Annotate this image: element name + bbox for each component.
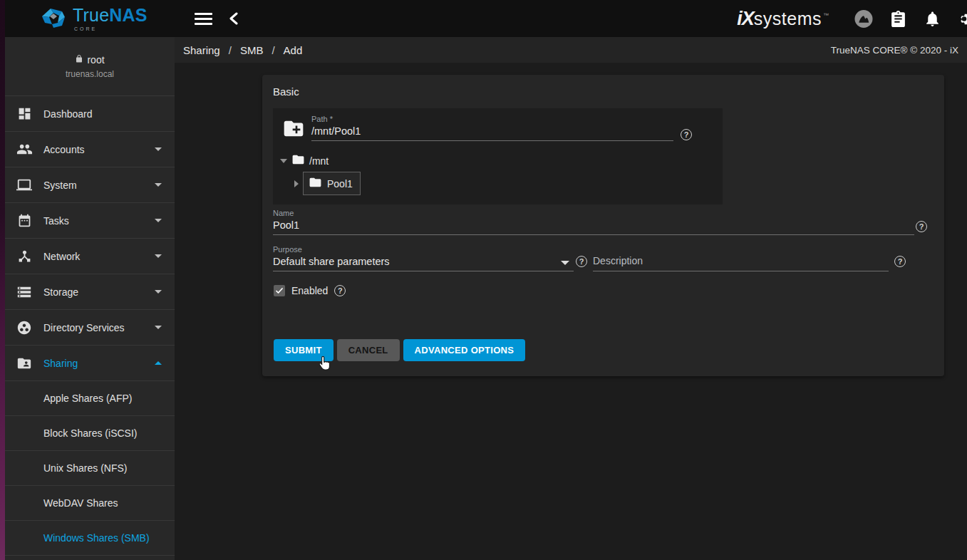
path-input[interactable]: /mnt/Pool1 xyxy=(311,125,361,137)
sidebar-item-webdav-shares[interactable]: WebDAV Shares xyxy=(5,485,175,520)
directory-services-icon xyxy=(15,320,33,336)
sidebar-item-apple-shares-afp[interactable]: Apple Shares (AFP) xyxy=(5,380,175,415)
breadcrumb-add: Add xyxy=(284,44,303,56)
description-help-icon[interactable]: ? xyxy=(894,256,906,267)
lock-icon xyxy=(75,54,83,66)
brand-core: CORE xyxy=(74,26,148,31)
submit-button[interactable]: SUBMIT xyxy=(274,339,333,361)
sidebar-item-network[interactable]: Network xyxy=(5,238,175,274)
tree-node-label: Pool1 xyxy=(327,178,353,190)
name-field-label: Name xyxy=(273,209,294,217)
settings-icon-partial[interactable] xyxy=(957,9,967,28)
hamburger-menu-icon[interactable] xyxy=(195,13,212,25)
sidebar-item-storage[interactable]: Storage xyxy=(5,274,175,309)
chevron-down-icon xyxy=(155,183,162,187)
folder-icon xyxy=(291,154,305,167)
truenas-logo-icon xyxy=(41,6,66,31)
sidebar-item-tasks[interactable]: Tasks xyxy=(5,202,175,238)
sidebar-item-system[interactable]: System xyxy=(5,167,175,202)
enabled-help-icon[interactable]: ? xyxy=(334,285,346,296)
brand-true: True xyxy=(73,5,109,25)
sidebar-item-directory-services[interactable]: Directory Services xyxy=(5,309,175,345)
task-manager-icon[interactable] xyxy=(889,9,907,28)
top-bar: TrueNAS CORE iXsystems™ xyxy=(5,0,967,37)
enabled-checkbox[interactable] xyxy=(274,285,285,296)
tree-node-pool1[interactable]: Pool1 xyxy=(294,172,361,195)
chevron-down-icon xyxy=(155,326,162,329)
purpose-select[interactable]: Default share parameters xyxy=(273,256,390,267)
sidebar-item-sharing[interactable]: Sharing xyxy=(5,345,175,380)
chevron-down-icon xyxy=(155,219,162,222)
chevron-down-icon xyxy=(155,147,162,151)
form-actions: SUBMIT CANCEL ADVANCED OPTIONS xyxy=(274,339,525,361)
tree-expand-icon[interactable] xyxy=(280,159,287,163)
name-input[interactable]: Pool1 xyxy=(273,219,299,231)
ixsystems-mark: iX xyxy=(737,8,754,30)
path-explorer-panel: Path * /mnt/Pool1 ? /mnt Pool1 xyxy=(273,108,723,204)
notifications-bell-icon[interactable] xyxy=(923,9,941,28)
hostname: truenas.local xyxy=(66,69,114,79)
sidebar-nav: Dashboard Accounts System Tasks Network xyxy=(5,95,175,560)
chevron-up-icon xyxy=(155,361,162,365)
accounts-icon xyxy=(15,141,33,157)
main-content: Basic Path * /mnt/Pool1 ? /mnt xyxy=(175,63,967,560)
sidebar-divider xyxy=(5,555,175,560)
user-name: root xyxy=(87,54,104,66)
tree-collapse-icon[interactable] xyxy=(294,180,299,187)
storage-icon xyxy=(15,284,33,300)
user-block: root truenas.local xyxy=(5,37,175,95)
enabled-label: Enabled xyxy=(291,285,328,296)
desktop-wallpaper-strip xyxy=(0,0,5,560)
truenas-logo[interactable]: TrueNAS CORE xyxy=(5,6,175,31)
breadcrumb-sharing[interactable]: Sharing xyxy=(183,44,220,56)
copyright-text: TrueNAS CORE® © 2020 - iX xyxy=(831,45,958,56)
chevron-down-icon xyxy=(155,254,162,258)
description-input[interactable]: Description xyxy=(593,255,643,266)
sidebar-item-dashboard[interactable]: Dashboard xyxy=(5,95,175,131)
sidebar-item-windows-shares-smb[interactable]: Windows Shares (SMB) xyxy=(5,520,175,555)
name-help-icon[interactable]: ? xyxy=(916,221,927,232)
ixsystems-logo: iXsystems™ xyxy=(737,8,829,30)
topbar-right-cluster: iXsystems™ xyxy=(737,8,967,30)
advanced-options-button[interactable]: ADVANCED OPTIONS xyxy=(403,339,526,361)
tree-node-mnt[interactable]: /mnt xyxy=(280,154,329,167)
breadcrumb-smb[interactable]: SMB xyxy=(240,44,264,56)
chevron-down-icon xyxy=(155,290,162,294)
network-icon xyxy=(15,249,33,264)
brand-nas: NAS xyxy=(109,5,147,25)
smb-add-form-card: Basic Path * /mnt/Pool1 ? /mnt xyxy=(262,75,944,376)
enabled-row: Enabled ? xyxy=(274,285,346,296)
sidebar-item-block-shares-iscsi[interactable]: Block Shares (iSCSI) xyxy=(5,415,175,450)
tasks-icon xyxy=(15,213,33,228)
dashboard-icon xyxy=(15,106,33,121)
sharing-icon xyxy=(15,356,33,371)
purpose-help-icon[interactable]: ? xyxy=(576,256,587,267)
folder-icon xyxy=(309,177,322,190)
path-field-label: Path * xyxy=(311,115,333,123)
breadcrumb-bar: Sharing / SMB / Add TrueNAS CORE® © 2020… xyxy=(175,37,967,63)
purpose-field-label: Purpose xyxy=(273,245,302,254)
system-icon xyxy=(15,177,33,193)
tree-node-label: /mnt xyxy=(309,155,329,167)
path-help-icon[interactable]: ? xyxy=(681,129,692,140)
breadcrumb: Sharing / SMB / Add xyxy=(183,44,302,56)
dropdown-arrow-icon[interactable] xyxy=(561,261,569,265)
truenas-app: TrueNAS CORE iXsystems™ xyxy=(0,0,967,560)
section-title: Basic xyxy=(273,85,299,98)
sidebar-item-unix-shares-nfs[interactable]: Unix Shares (NFS) xyxy=(5,450,175,485)
create-folder-icon[interactable] xyxy=(282,119,305,141)
tree-node-selected[interactable]: Pool1 xyxy=(303,172,361,195)
sidebar-item-accounts[interactable]: Accounts xyxy=(5,131,175,167)
collapse-back-icon[interactable] xyxy=(229,12,239,25)
sidebar: root truenas.local Dashboard Accounts Sy… xyxy=(5,37,175,560)
cancel-button[interactable]: CANCEL xyxy=(337,339,400,361)
truecommand-icon[interactable] xyxy=(854,9,873,28)
